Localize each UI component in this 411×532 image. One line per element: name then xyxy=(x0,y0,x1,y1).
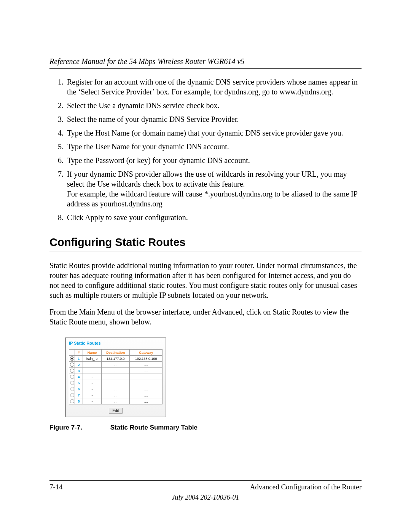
route-index: 4 xyxy=(75,374,83,380)
table-row: 7-........ xyxy=(69,392,162,398)
col-gw: Gateway xyxy=(130,350,162,356)
route-dest: .... xyxy=(102,374,130,380)
step-item: Select the name of your dynamic DNS Serv… xyxy=(65,114,362,124)
route-gw: .... xyxy=(130,392,162,398)
table-header-row: # Name Destination Gateway xyxy=(69,350,162,356)
radio-icon[interactable] xyxy=(70,387,74,391)
route-radio-cell[interactable] xyxy=(69,398,75,404)
route-gw: .... xyxy=(130,374,162,380)
step-item: Click Apply to save your configuration. xyxy=(65,212,362,222)
footer-rule xyxy=(49,480,362,481)
col-dest: Destination xyxy=(102,350,130,356)
step-item: Type the Host Name (or domain name) that… xyxy=(65,128,362,138)
radio-icon[interactable] xyxy=(70,381,74,385)
route-index: 6 xyxy=(75,386,83,392)
route-name: - xyxy=(83,386,102,392)
route-gw: .... xyxy=(130,380,162,386)
table-row: 3-........ xyxy=(69,368,162,374)
col-radio xyxy=(69,350,75,356)
route-name: - xyxy=(83,380,102,386)
route-radio-cell[interactable] xyxy=(69,368,75,374)
table-row: 1isdn_rtr134.177.0.0192.168.0.100 xyxy=(69,356,162,362)
header-rule xyxy=(49,68,362,69)
numbered-steps: Register for an account with one of the … xyxy=(49,77,362,222)
footer-date-line: July 2004 202-10036-01 xyxy=(49,494,362,502)
col-num: # xyxy=(75,350,83,356)
route-radio-cell[interactable] xyxy=(69,362,75,368)
edit-button[interactable]: Edit xyxy=(109,408,122,414)
page-number: 7-14 xyxy=(49,483,63,491)
col-name: Name xyxy=(83,350,102,356)
radio-icon[interactable] xyxy=(70,356,74,361)
step-item: Type the User Name for your dynamic DNS … xyxy=(65,142,362,152)
table-row: 8-........ xyxy=(69,398,162,404)
route-dest: .... xyxy=(102,392,130,398)
table-row: 6-........ xyxy=(69,386,162,392)
section-heading: Configuring Static Routes xyxy=(49,236,362,249)
route-gw: 192.168.0.100 xyxy=(130,356,162,362)
route-radio-cell[interactable] xyxy=(69,380,75,386)
paragraph-2: From the Main Menu of the browser interf… xyxy=(49,307,362,327)
route-index: 3 xyxy=(75,368,83,374)
figure-caption-text: Static Route Summary Table xyxy=(110,424,198,431)
route-radio-cell[interactable] xyxy=(69,374,75,380)
panel-title: IP Static Routes xyxy=(69,341,162,345)
route-dest: .... xyxy=(102,398,130,404)
route-dest: .... xyxy=(102,380,130,386)
radio-icon[interactable] xyxy=(70,375,74,379)
route-radio-cell[interactable] xyxy=(69,392,75,398)
radio-icon[interactable] xyxy=(70,393,74,397)
route-gw: .... xyxy=(130,398,162,404)
route-name: - xyxy=(83,392,102,398)
radio-icon[interactable] xyxy=(70,363,74,367)
static-routes-panel: IP Static Routes # Name Destination Gate… xyxy=(65,337,166,417)
route-name: - xyxy=(83,368,102,374)
route-gw: .... xyxy=(130,386,162,392)
route-index: 2 xyxy=(75,362,83,368)
route-name: - xyxy=(83,362,102,368)
route-name: isdn_rtr xyxy=(83,356,102,362)
step-item: If your dynamic DNS provider allows the … xyxy=(65,169,362,209)
route-dest: .... xyxy=(102,368,130,374)
step-item: Type the Password (or key) for your dyna… xyxy=(65,155,362,165)
figure-caption: Figure 7-7. Static Route Summary Table xyxy=(49,424,362,431)
table-row: 2-........ xyxy=(69,362,162,368)
paragraph-1: Static Routes provide additional routing… xyxy=(49,260,362,300)
route-name: - xyxy=(83,398,102,404)
route-index: 1 xyxy=(75,356,83,362)
running-header: Reference Manual for the 54 Mbps Wireles… xyxy=(49,57,362,66)
section-rule xyxy=(49,251,362,251)
route-radio-cell[interactable] xyxy=(69,386,75,392)
step-item: Register for an account with one of the … xyxy=(65,77,362,97)
route-gw: .... xyxy=(130,362,162,368)
route-name: - xyxy=(83,374,102,380)
route-dest: 134.177.0.0 xyxy=(102,356,130,362)
route-dest: .... xyxy=(102,386,130,392)
footer-section-title: Advanced Configuration of the Router xyxy=(250,483,362,491)
radio-icon[interactable] xyxy=(70,369,74,373)
static-routes-table: # Name Destination Gateway 1isdn_rtr134.… xyxy=(69,349,162,404)
route-gw: .... xyxy=(130,368,162,374)
table-row: 5-........ xyxy=(69,380,162,386)
figure-caption-label: Figure 7-7. xyxy=(49,424,108,431)
route-index: 8 xyxy=(75,398,83,404)
table-row: 4-........ xyxy=(69,374,162,380)
route-radio-cell[interactable] xyxy=(69,356,75,362)
route-dest: .... xyxy=(102,362,130,368)
route-index: 5 xyxy=(75,380,83,386)
step-item: Select the Use a dynamic DNS service che… xyxy=(65,101,362,110)
route-index: 7 xyxy=(75,392,83,398)
radio-icon[interactable] xyxy=(70,399,74,403)
